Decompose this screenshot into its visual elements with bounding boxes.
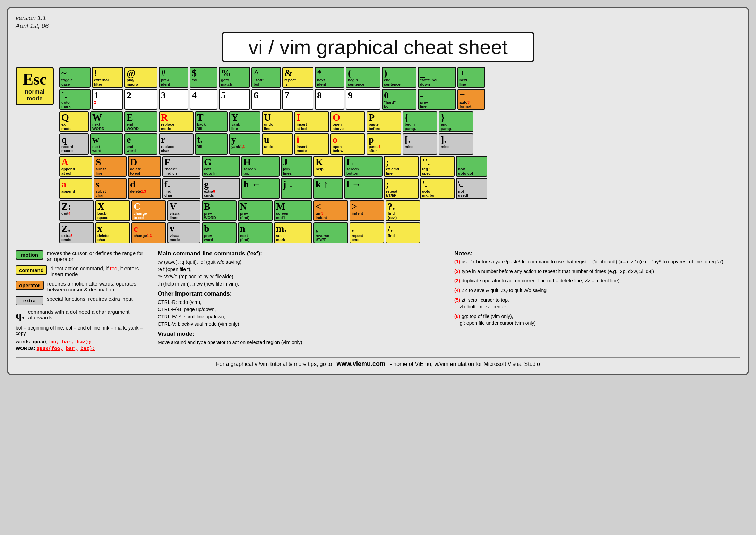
key-backtick: `. gotomark (59, 89, 91, 110)
key-N: N prev(find) (238, 200, 273, 221)
footer-site[interactable]: www.viemu.com (337, 360, 385, 367)
key-r: r replacechar (159, 133, 194, 154)
key-P: P pastebefore (367, 111, 401, 132)
key-8: 8 (315, 89, 344, 110)
digit-row: `. gotomark 1 2 2 3 4 (59, 89, 740, 110)
key-minus: - prevline (418, 89, 456, 110)
version-text: version 1.1April 1st, 06 (16, 14, 740, 30)
key-X: X back-space (95, 200, 130, 221)
key-v: v visualmode (167, 222, 200, 243)
legend-extra: extra special functions, requires extra … (16, 296, 147, 305)
key-lbracket: [. misc (403, 133, 437, 154)
key-x: x deletechar (95, 222, 130, 243)
key-m: m. setmark (274, 222, 312, 243)
key-L: L screenbottom (344, 156, 383, 177)
main-cmd-text: :w (save), :q (quit), :q! (quit w/o savi… (158, 258, 444, 288)
key-j: j ↓ (281, 178, 312, 199)
other-cmd-text: CTRL-R: redo (vim), CTRL-F/-B: page up/d… (158, 299, 444, 328)
key-f: f. findchar (162, 178, 200, 199)
legend-operator: operator requires a motion afterwards, o… (16, 281, 147, 292)
key-rparen: ) endsentence (382, 67, 416, 88)
key-w: w nextword (90, 133, 123, 154)
key-o: o openbelow (330, 133, 365, 154)
key-p: p paste1after (367, 133, 401, 154)
bol-text: bol = beginning of line, eol = end of li… (16, 325, 147, 336)
main-page: version 1.1April 1st, 06 vi / vim graphi… (7, 7, 749, 375)
key-t: t. 'till (195, 133, 228, 154)
key-lbrace: { beginparag. (403, 111, 437, 132)
key-D: D deleteto eol (128, 156, 161, 177)
bottom-section: motion moves the cursor, or defines the … (16, 250, 740, 352)
page-title: vi / vim graphical cheat sheet (230, 35, 526, 59)
esc-key: Esc normalmode (16, 67, 54, 105)
zxcv-lower-row: Z. extra5cmds x deletechar c change1,3 v… (59, 222, 740, 243)
command-badge: command (16, 265, 47, 275)
key-A: A appendat eol (59, 156, 92, 177)
key-quote: ''. reg.1spec (420, 156, 455, 177)
key-hash: # prevident (159, 67, 188, 88)
notes-title: Notes: (454, 250, 740, 257)
qwerty-row: Q exmode W nextWORD E endWORD R replacem… (59, 111, 740, 132)
key-h: h ← (241, 178, 280, 199)
note-5: (5) zt: scroll cursor to top, zb: bottom… (454, 297, 740, 310)
key-6: 6 (251, 89, 281, 110)
key-Z: Z: quit4 (59, 200, 94, 221)
key-R: R replacemode (159, 111, 194, 132)
key-rbrace: } endparag. (439, 111, 473, 132)
key-a: a append (59, 178, 92, 199)
key-ampersand: & repeat:s (282, 67, 313, 88)
key-T: T back'till (195, 111, 228, 132)
key-2: 2 (124, 89, 157, 110)
key-J: J joinlines (281, 156, 312, 177)
key-K: K help (313, 156, 343, 177)
legend-command: command direct action command, if red, i… (16, 265, 147, 277)
key-G: G eof/goto ln (202, 156, 240, 177)
operator-badge: operator (16, 281, 44, 290)
note-6: (6) gg: top of file (vim only), gf: open… (454, 313, 740, 327)
visual-cmd-title: Visual mode: (158, 331, 444, 337)
key-b: b prevword (202, 222, 237, 243)
legend-motion: motion moves the cursor, or defines the … (16, 250, 147, 262)
key-dollar: $ eol (190, 67, 217, 88)
note-3: (3) duplicate operator to act on current… (454, 278, 740, 284)
qwerty-lower-row: q recordmacro w nextword e endword r rep… (59, 133, 740, 154)
key-E: E endWORD (124, 111, 157, 132)
key-period: . repeatcmd (350, 222, 384, 243)
asdf-row: A appendat eol S substline D deleteto eo… (59, 156, 740, 177)
WORDs-line: WORDs: quux(foo, bar, baz); (16, 345, 147, 351)
key-at: @ playmacro (124, 67, 157, 88)
commands-section: Main command line commands ('ex'): :w (s… (158, 250, 444, 352)
key-question: ?. find(rev.) (386, 200, 420, 221)
key-plus: + nextline (457, 67, 485, 88)
key-e: e endword (124, 133, 157, 154)
key-1: 1 2 (92, 89, 123, 110)
extra-desc: special functions, requires extra input (47, 296, 133, 302)
keyboard-grid: ~ togglecase ! externalfilter @ playmacr… (59, 67, 740, 245)
key-H: H screentop (241, 156, 280, 177)
key-l: l → (344, 178, 383, 199)
key-7: 7 (282, 89, 313, 110)
title-box: vi / vim graphical cheat sheet (222, 32, 534, 62)
key-k: k ↑ (313, 178, 343, 199)
key-d: d delete1,3 (128, 178, 161, 199)
key-semicolon: ; ex cmdline (384, 156, 419, 177)
key-C: C changeto eol (131, 200, 166, 221)
words-line: words: quux(foo, bar, baz); (16, 339, 147, 344)
key-F: F "back"find ch (162, 156, 200, 177)
key-pipe: | bol/goto col (456, 156, 487, 177)
key-V: V visuallines (167, 200, 200, 221)
esc-label: Esc (18, 70, 51, 88)
key-z: Z. extra5cmds (59, 222, 94, 243)
key-U: U undoline (262, 111, 293, 132)
legend-section: motion moves the cursor, or defines the … (16, 250, 147, 352)
key-slash: /. find (386, 222, 420, 243)
key-comma: , reverset/T/f/F (313, 222, 348, 243)
key-lparen: ( beginsentence (346, 67, 380, 88)
key-c: c change1,3 (131, 222, 166, 243)
motion-desc: moves the cursor, or defines the range f… (47, 250, 147, 262)
main-cmd-title: Main command line commands ('ex'): (158, 250, 444, 257)
key-backslash: \. notused! (456, 178, 487, 199)
zxcv-row: Z: quit4 X back-space C changeto eol V v… (59, 200, 740, 221)
operator-desc: requires a motion afterwards, operates b… (47, 281, 147, 292)
dot-example: q. (16, 309, 25, 322)
